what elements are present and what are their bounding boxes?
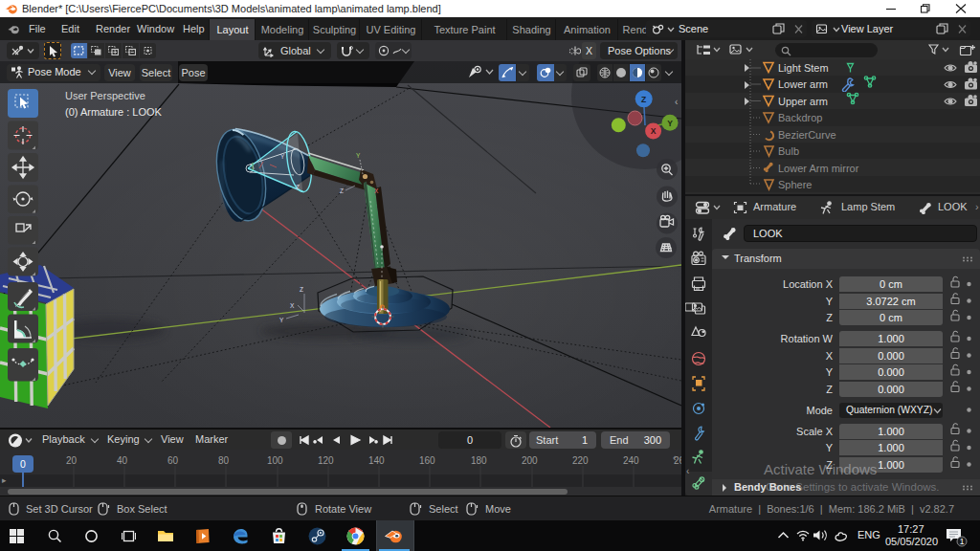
svg-text:Z: Z [641, 95, 646, 104]
svg-text:Y: Y [279, 317, 284, 323]
svg-text:Z: Z [296, 184, 300, 190]
svg-text:(0) Armature : LOOK: (0) Armature : LOOK [65, 106, 163, 118]
svg-text:Y: Y [667, 119, 673, 128]
svg-text:1: 1 [960, 537, 965, 546]
svg-text:Z: Z [300, 286, 303, 293]
svg-text:X: X [290, 302, 295, 309]
svg-text:‹: ‹ [675, 97, 678, 107]
svg-text:X: X [651, 126, 657, 136]
svg-text:Y: Y [356, 152, 361, 159]
svg-text:X: X [374, 187, 379, 194]
svg-text:User Perspective: User Perspective [65, 90, 145, 101]
svg-text:Z: Z [340, 187, 344, 194]
svg-text:Y: Y [280, 153, 285, 160]
